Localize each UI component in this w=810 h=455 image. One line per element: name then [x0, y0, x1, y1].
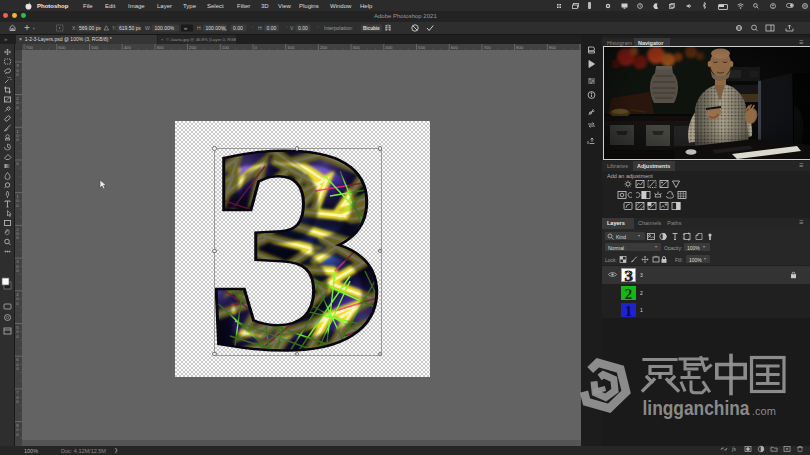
- svg-text:2: 2: [625, 286, 633, 301]
- svg-text:▾: ▾: [378, 26, 380, 31]
- svg-text:619.50 px: 619.50 px: [119, 25, 141, 31]
- svg-text:Interpolation:: Interpolation:: [324, 25, 353, 31]
- svg-text:°: °: [317, 25, 319, 30]
- svg-text:°: °: [286, 25, 288, 30]
- svg-text:0.00: 0.00: [267, 25, 277, 31]
- svg-text:X:: X:: [72, 25, 77, 31]
- svg-text:H:: H:: [258, 25, 263, 31]
- svg-text:0.00: 0.00: [233, 25, 243, 31]
- svg-text:Y:: Y:: [112, 25, 116, 31]
- svg-text:fx: fx: [732, 446, 737, 452]
- svg-text:°: °: [252, 25, 254, 30]
- svg-text:569.00 px: 569.00 px: [79, 25, 101, 31]
- svg-text:∞: ∞: [184, 26, 187, 31]
- svg-text:W:: W:: [145, 25, 151, 31]
- svg-text:H:: H:: [197, 25, 202, 31]
- svg-text:lingganchina: lingganchina: [643, 396, 750, 419]
- svg-text:0.00: 0.00: [298, 25, 308, 31]
- svg-text:100.00%: 100.00%: [155, 25, 175, 31]
- svg-text:.com: .com: [752, 405, 776, 417]
- svg-text:1: 1: [625, 303, 633, 318]
- svg-text:3: 3: [625, 268, 633, 283]
- svg-text:V:: V:: [290, 25, 295, 31]
